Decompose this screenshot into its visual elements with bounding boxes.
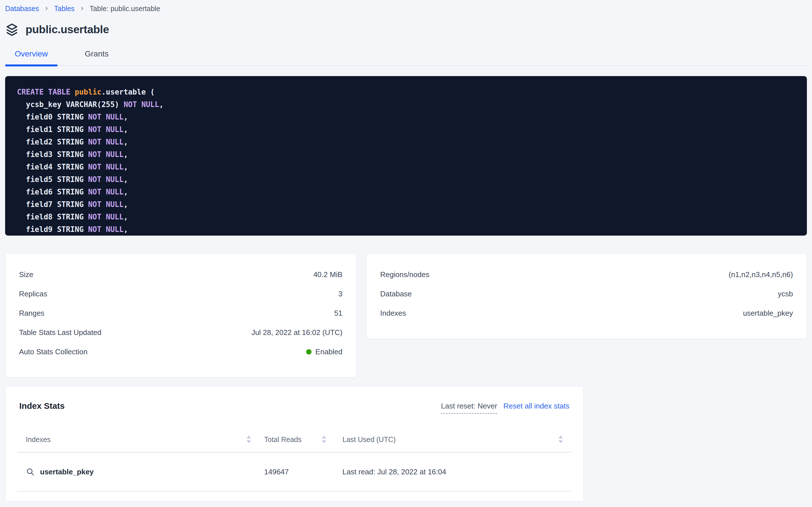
detail-value: Enabled xyxy=(306,347,342,356)
index-stats-table: IndexesTotal ReadsLast Used (UTC) userta… xyxy=(17,427,572,492)
table-metadata-card: Regions/nodes(n1,n2,n3,n4,n5,n6)Database… xyxy=(366,253,807,339)
detail-value-text: usertable_pkey xyxy=(743,309,793,318)
page-title-row: public.usertable xyxy=(5,23,807,36)
table-row-usertable-pkey: usertable_pkey149647Last read: Jul 28, 2… xyxy=(17,452,572,492)
code-line: field5 STRING NOT NULL, xyxy=(17,173,795,186)
detail-row-ranges: Ranges51 xyxy=(5,303,356,323)
index-name-cell: usertable_pkey xyxy=(17,467,260,476)
code-line: field6 STRING NOT NULL, xyxy=(17,186,795,198)
detail-value-text: ycsb xyxy=(778,290,793,298)
code-line: field8 STRING NOT NULL, xyxy=(17,211,795,223)
tab-bar: OverviewGrants xyxy=(5,49,807,66)
status-dot-icon xyxy=(306,349,312,354)
reset-all-index-stats-link[interactable]: Reset all index stats xyxy=(503,402,569,410)
column-header-label: Total Reads xyxy=(264,436,302,444)
detail-row-database: Databaseycsb xyxy=(367,284,807,303)
index-stats-header: Index Stats Last reset: Never Reset all … xyxy=(5,401,583,414)
column-header-last-used-utc[interactable]: Last Used (UTC) xyxy=(329,435,572,444)
tab-grants[interactable]: Grants xyxy=(75,49,118,65)
detail-row-auto-stats-collection: Auto Stats CollectionEnabled xyxy=(5,342,356,361)
column-header-total-reads[interactable]: Total Reads xyxy=(260,435,329,444)
detail-label: Ranges xyxy=(19,309,45,318)
detail-value-text: Jul 28, 2022 at 16:02 (UTC) xyxy=(251,328,342,337)
table-details-page: Databases›Tables›Table: public.usertable… xyxy=(0,0,812,502)
index-stats-card: Index Stats Last reset: Never Reset all … xyxy=(5,386,583,502)
index-stats-table-body: usertable_pkey149647Last read: Jul 28, 2… xyxy=(17,452,572,492)
detail-value: (n1,n2,n3,n4,n5,n6) xyxy=(729,270,793,279)
column-header-label: Last Used (UTC) xyxy=(342,436,396,444)
last-reset-label[interactable]: Last reset: Never xyxy=(441,402,497,414)
detail-value-text: 40.2 MiB xyxy=(313,270,342,279)
detail-value-text: 3 xyxy=(338,290,342,298)
index-stats-title: Index Stats xyxy=(19,401,65,411)
sort-icon[interactable] xyxy=(321,435,327,444)
detail-row-indexes: Indexesusertable_pkey xyxy=(367,303,807,323)
detail-label: Table Stats Last Updated xyxy=(19,328,102,337)
detail-value: ycsb xyxy=(778,290,793,298)
index-stats-table-header: IndexesTotal ReadsLast Used (UTC) xyxy=(17,427,572,452)
index-stats-actions: Last reset: Never Reset all index stats xyxy=(441,401,569,414)
detail-label: Auto Stats Collection xyxy=(19,347,87,356)
chevron-right-icon: › xyxy=(45,4,48,12)
code-line: field0 STRING NOT NULL, xyxy=(17,111,795,123)
detail-value: 3 xyxy=(338,290,342,298)
detail-row-regions-nodes: Regions/nodes(n1,n2,n3,n4,n5,n6) xyxy=(367,265,807,284)
code-line: field4 STRING NOT NULL, xyxy=(17,161,795,173)
last-used-cell: Last read: Jul 28, 2022 at 16:04 xyxy=(329,467,572,476)
page-title: public.usertable xyxy=(25,23,109,36)
index-name: usertable_pkey xyxy=(40,467,93,476)
tab-overview[interactable]: Overview xyxy=(5,49,58,65)
column-header-label: Indexes xyxy=(26,436,51,444)
detail-value: Jul 28, 2022 at 16:02 (UTC) xyxy=(251,328,342,337)
code-line: field1 STRING NOT NULL, xyxy=(17,123,795,136)
detail-label: Indexes xyxy=(380,309,406,318)
detail-row-replicas: Replicas3 xyxy=(5,284,356,303)
breadcrumb-link-databases[interactable]: Databases xyxy=(5,5,39,13)
table-details-card: Size40.2 MiBReplicas3Ranges51Table Stats… xyxy=(5,253,356,378)
detail-value: usertable_pkey xyxy=(743,309,793,318)
search-icon xyxy=(26,467,35,476)
detail-label: Regions/nodes xyxy=(380,270,429,279)
code-line: field3 STRING NOT NULL, xyxy=(17,148,795,161)
total-reads-cell: 149647 xyxy=(260,467,329,476)
detail-value: 40.2 MiB xyxy=(313,270,342,279)
code-line: field9 STRING NOT NULL, xyxy=(17,223,795,236)
breadcrumb-current: Table: public.usertable xyxy=(90,5,160,13)
detail-label: Replicas xyxy=(19,290,47,298)
code-line: CREATE TABLE public.usertable ( xyxy=(17,86,795,98)
detail-value: 51 xyxy=(334,309,342,318)
detail-value-text: (n1,n2,n3,n4,n5,n6) xyxy=(729,270,793,279)
sort-icon[interactable] xyxy=(246,435,252,444)
table-details-rows: Size40.2 MiBReplicas3Ranges51Table Stats… xyxy=(5,265,356,361)
column-header-indexes[interactable]: Indexes xyxy=(17,435,260,444)
sort-icon[interactable] xyxy=(558,435,564,444)
breadcrumb: Databases›Tables›Table: public.usertable xyxy=(5,3,807,14)
detail-label: Size xyxy=(19,270,34,279)
detail-cards-row: Size40.2 MiBReplicas3Ranges51Table Stats… xyxy=(5,253,807,378)
code-line: field2 STRING NOT NULL, xyxy=(17,136,795,148)
code-line: ycsb_key VARCHAR(255) NOT NULL, xyxy=(17,98,795,111)
detail-value-text: 51 xyxy=(334,309,342,318)
detail-row-table-stats-last-updated: Table Stats Last UpdatedJul 28, 2022 at … xyxy=(5,323,356,342)
create-statement-code-block: CREATE TABLE public.usertable ( ycsb_key… xyxy=(5,76,807,236)
table-metadata-rows: Regions/nodes(n1,n2,n3,n4,n5,n6)Database… xyxy=(367,265,807,323)
detail-label: Database xyxy=(380,290,412,298)
layers-icon xyxy=(5,23,19,36)
breadcrumb-link-tables[interactable]: Tables xyxy=(54,5,75,13)
detail-value-text: Enabled xyxy=(315,347,342,356)
detail-row-size: Size40.2 MiB xyxy=(5,265,356,284)
chevron-right-icon: › xyxy=(81,4,83,12)
code-line: field7 STRING NOT NULL, xyxy=(17,198,795,211)
